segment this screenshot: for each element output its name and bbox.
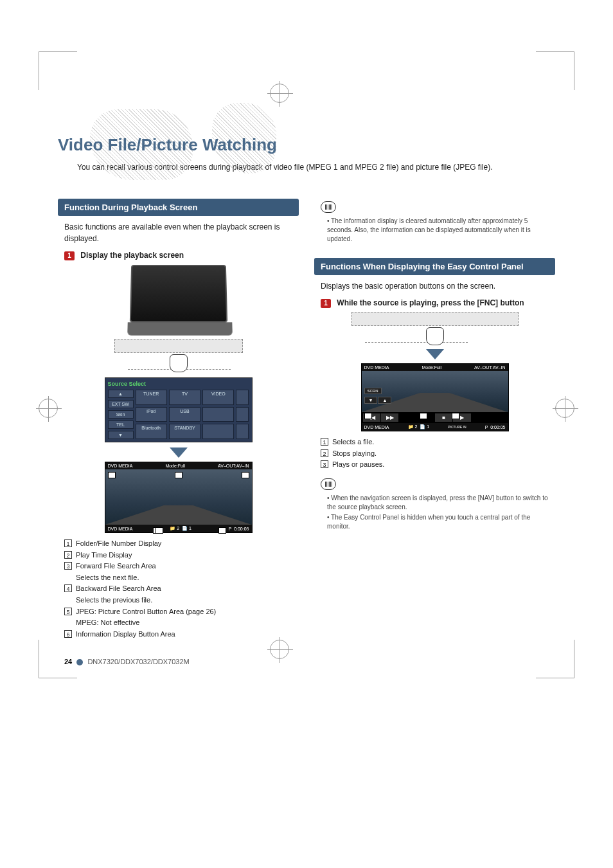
device-strip-illustration [58,339,299,372]
bluetooth-button[interactable]: Bluetooth [136,424,167,439]
ss-avout: AV–OUT:AV–IN [474,365,505,370]
num-box: 1 [321,438,328,446]
side-icon [236,424,249,439]
callout-5: 5 [175,472,182,478]
note-text: • The information display is cleared aut… [327,217,549,244]
callout-text: Selects the next file. [76,572,139,584]
hand-icon [426,327,444,345]
monitor-illustration [58,264,299,322]
page-title: Video File/Picture Watching [58,135,555,155]
down-btn[interactable]: ▼ [364,397,378,404]
picture-label: PICTURE [448,425,462,429]
callout-1: 1 [155,527,163,534]
video-button[interactable]: VIDEO [202,390,234,405]
ss-bottom-source: DVD MEDIA [108,527,133,531]
callout-text: MPEG: Not effective [76,617,139,629]
blank-button [202,424,234,439]
ext-sw-button[interactable]: EXT SW [108,400,134,408]
device-strip-illustration [314,312,555,345]
folder-num: 2 [414,424,417,429]
num-box: 5 [64,608,72,615]
source-select-screen: Source Select ▲ EXT SW Skin TEL ▼ TUNER … [105,377,253,442]
note-icon [321,201,336,213]
section-body: Displays the basic operation buttons on … [321,280,549,292]
callout-1: 1 [364,413,372,419]
crop-mark [536,640,574,678]
callout-3: 3 [242,472,249,478]
num-box: 4 [64,584,72,592]
blank-button [202,407,234,422]
arrow-down-icon [170,448,188,458]
dot-icon [76,659,83,665]
callout-text: JPEG: Picture Control Button Area (page … [76,606,216,618]
registration-mark [270,640,289,659]
ipod-button[interactable]: iPod [136,407,167,422]
hand-icon [170,354,188,372]
callout-list: 1Folder/File Number Display 2Play Time D… [64,538,292,640]
crop-mark [39,51,77,90]
step-text: While the source is playing, press the [… [337,298,524,307]
play-time: 0:00:05 [234,527,249,531]
ss-mode: Mode:Full [165,464,185,468]
num-box: 3 [321,460,328,468]
step-number-badge: 1 [321,299,331,308]
tv-button[interactable]: TV [169,390,200,405]
callout-text: Selects the previous file. [76,595,152,606]
side-icon [236,407,249,422]
easy-control-panel-screenshot: DVD MEDIA Mode:Full AV–OUT:AV–IN SCRN ▼ … [361,363,509,431]
up-btn[interactable]: ▲ [378,397,391,404]
in-label: IN [463,425,466,429]
callout-3: 3 [452,413,459,419]
registration-mark [39,399,58,418]
section-header-playback: Function During Playback Screen [58,199,299,216]
side-icon [236,390,249,405]
step-1: 1 Display the playback screen [64,251,292,260]
ss-mode: Mode:Full [422,365,441,370]
num-box: 2 [64,551,72,559]
step-number-badge: 1 [64,251,75,260]
callout-list: 1Selects a file. 2Stops playing. 3Plays … [321,437,549,471]
callout-text: Selects a file. [332,437,374,448]
callout-text: Stops playing. [332,448,377,460]
playback-screenshot: DVD MEDIA Mode:Full AV–OUT:AV–IN 4 5 3 6… [105,462,253,533]
file-num: 1 [427,424,429,429]
page-footer: 24 DNX7320/DDX7032/DDX7032M [64,658,555,665]
step-1: 1 While the source is playing, press the… [321,298,549,308]
callout-text: Plays or pauses. [332,459,384,471]
standby-button[interactable]: STANDBY [169,424,200,439]
next-button[interactable]: ▶▶ [381,413,398,422]
callout-4: 4 [108,472,116,478]
ss-source: DVD MEDIA [108,464,133,468]
scrn-button[interactable]: SCRN [364,388,382,394]
note-text: • The Easy Control Panel is hidden when … [327,513,549,531]
play-time: 0:00:05 [490,425,505,429]
down-button[interactable]: ▼ [108,431,134,439]
note-icon [321,478,336,490]
ss-bottom-source: DVD MEDIA [364,425,389,429]
usb-button[interactable]: USB [169,407,200,422]
arrow-down-icon [426,349,444,359]
callout-text: Forward File Search Area [76,561,156,572]
stop-button[interactable]: ■ [435,413,452,422]
crop-mark [39,640,77,678]
ss-avout: AV–OUT:AV–IN [218,464,249,468]
file-num: 1 [189,526,191,530]
folder-num: 2 [177,526,179,530]
step-text: Display the playback screen [80,251,184,260]
callout-text: Information Display Button Area [76,629,175,640]
callout-2: 2 [420,413,427,419]
num-box: 6 [64,630,72,638]
num-box: 2 [321,449,328,457]
tel-button[interactable]: TEL [108,420,134,429]
section-body: Basic functions are available even when … [64,221,292,244]
skin-button[interactable]: Skin [108,410,134,419]
section-header-easy-control: Functions When Displaying the Easy Contr… [314,258,555,275]
source-select-title: Source Select [108,381,249,387]
up-button[interactable]: ▲ [108,390,134,398]
callout-text: Backward File Search Area [76,583,161,595]
registration-mark [270,84,289,103]
ss-source: DVD MEDIA [364,365,389,370]
callout-text: Play Time Display [76,550,132,561]
tuner-button[interactable]: TUNER [136,390,167,405]
num-box: 1 [64,539,72,547]
